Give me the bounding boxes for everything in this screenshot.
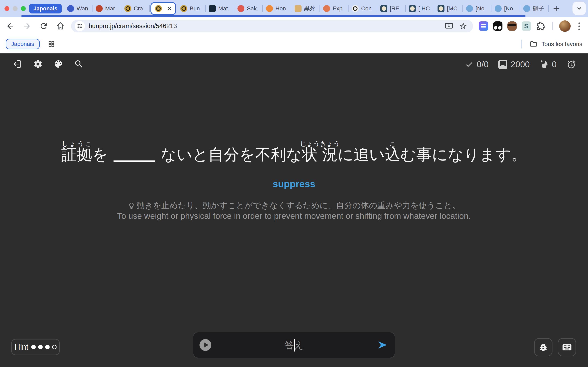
lightbulb-icon	[128, 202, 135, 209]
bookmarks-divider	[521, 40, 522, 49]
search-button[interactable]	[74, 59, 84, 69]
reviews-done-value: 0/0	[477, 59, 489, 69]
minimize-window-button[interactable]	[13, 6, 17, 11]
tab[interactable]: Cra	[121, 0, 150, 17]
timer-button[interactable]	[566, 59, 576, 69]
sentence-text: む事になります。	[400, 146, 527, 163]
claude-favicon	[323, 5, 330, 12]
tab-label: Hon	[276, 5, 286, 12]
reload-button[interactable]	[39, 21, 49, 31]
keyboard-icon	[562, 342, 572, 352]
sakubun-favicon	[237, 5, 244, 12]
exit-session-button[interactable]	[13, 59, 22, 69]
tab[interactable]: 黒死	[291, 0, 320, 17]
hint-dot	[52, 345, 57, 349]
tab[interactable]: 硝子	[520, 0, 549, 17]
tab-label: Bun	[190, 5, 200, 12]
tab[interactable]: Mar	[93, 0, 121, 17]
tune-icon	[77, 23, 83, 29]
bookmark-star-button[interactable]	[458, 21, 468, 31]
home-button[interactable]	[56, 21, 65, 31]
tab-search-button[interactable]	[572, 2, 586, 15]
remaining-value: 2000	[511, 59, 530, 69]
url-text[interactable]: bunpro.jp/cram/session/546213	[89, 22, 444, 30]
gear-icon	[33, 59, 43, 69]
tab[interactable]: Sak	[234, 0, 263, 17]
bookmarks-bar: Japonais Tous les favoris	[0, 35, 588, 53]
address-bar[interactable]: bunpro.jp/cram/session/546213	[71, 20, 473, 33]
forward-button[interactable]	[22, 21, 32, 31]
install-app-button[interactable]	[444, 21, 454, 31]
card-stack-icon	[498, 60, 507, 69]
hint-english: To use weight or physical force in order…	[0, 211, 588, 221]
anime-favicon	[466, 5, 473, 12]
back-button[interactable]	[5, 21, 15, 31]
tab[interactable]: [MC	[434, 0, 463, 17]
check-icon	[465, 60, 474, 69]
tab-label: Wan	[77, 5, 88, 12]
all-bookmarks-button[interactable]: Tous les favoris	[541, 41, 582, 48]
ruby-word: 込こ	[385, 146, 400, 163]
sentence-text: ないと自分を不利な	[161, 146, 302, 163]
hint-button-label: Hint	[15, 343, 28, 351]
text-caret	[294, 339, 295, 351]
extension-icon-mask[interactable]	[493, 21, 502, 31]
tab-group-label[interactable]: Japonais	[29, 4, 62, 13]
tab-list: WanMarCra×BunMatSakHon黒死ExpCon[RE[ HC[MC…	[64, 0, 549, 17]
tab[interactable]: [No	[492, 0, 520, 17]
tab-group-underline	[21, 15, 526, 17]
exit-icon	[13, 59, 22, 69]
tab[interactable]: Mat	[206, 0, 234, 17]
extensions-button[interactable]	[536, 21, 546, 31]
tab[interactable]: [No	[463, 0, 492, 17]
virtual-keyboard-button[interactable]	[558, 338, 576, 356]
tab-label: [MC	[447, 5, 457, 12]
extension-icon-jar[interactable]	[507, 21, 517, 31]
bookmark-apps-button[interactable]	[47, 39, 56, 49]
tab[interactable]: [ HC	[406, 0, 434, 17]
tab[interactable]: [RE	[377, 0, 406, 17]
extension-icon-s[interactable]: S	[522, 21, 531, 31]
browser-menu-button[interactable]	[576, 22, 583, 30]
tab[interactable]: Exp	[320, 0, 348, 17]
bookmark-group-chip[interactable]: Japonais	[6, 39, 40, 49]
new-tab-button[interactable]: +	[553, 3, 559, 14]
tab[interactable]: Bun	[177, 0, 206, 17]
reader-favicon	[409, 5, 416, 12]
theme-button[interactable]	[53, 59, 63, 69]
site-settings-button[interactable]	[75, 21, 85, 31]
question-sentence: 証拠しょうこをないと自分を不利な状況じょうきょうに追い込こむ事になります。	[0, 141, 588, 166]
tab[interactable]: Hon	[263, 0, 291, 17]
submit-answer-button[interactable]	[377, 340, 388, 350]
close-tab-icon[interactable]: ×	[167, 5, 172, 12]
close-window-button[interactable]	[4, 6, 9, 11]
remaining-stat: 2000	[498, 59, 530, 69]
answer-prompt: suppress	[0, 178, 588, 189]
wanikani-favicon	[67, 5, 74, 12]
extension-icon-lists[interactable]	[479, 21, 488, 31]
report-bug-button[interactable]	[534, 338, 553, 356]
play-audio-button[interactable]	[199, 339, 211, 351]
hongo-favicon	[266, 5, 273, 12]
tab[interactable]: Wan	[64, 0, 93, 17]
reviews-done-stat: 0/0	[465, 59, 489, 69]
tab-label: [No	[476, 5, 484, 12]
zoom-window-button[interactable]	[21, 6, 26, 11]
profile-avatar[interactable]	[559, 20, 571, 32]
reader-favicon	[380, 5, 387, 12]
tab[interactable]: Con	[348, 0, 377, 17]
tab-label: Sak	[247, 5, 257, 12]
forward-icon	[22, 22, 31, 31]
toolbar-divider	[552, 22, 553, 30]
bug-icon	[538, 342, 548, 352]
alarm-clock-icon	[567, 60, 576, 69]
window-controls	[0, 6, 29, 11]
grid-icon	[48, 40, 55, 48]
chevron-down-icon	[576, 5, 583, 12]
hint-button[interactable]: Hint	[11, 339, 60, 355]
hint-dot	[31, 345, 36, 349]
tab-label: [ HC	[418, 5, 430, 12]
answer-blank	[113, 160, 155, 162]
tab-active[interactable]: ×	[150, 2, 176, 15]
settings-button[interactable]	[33, 59, 43, 69]
